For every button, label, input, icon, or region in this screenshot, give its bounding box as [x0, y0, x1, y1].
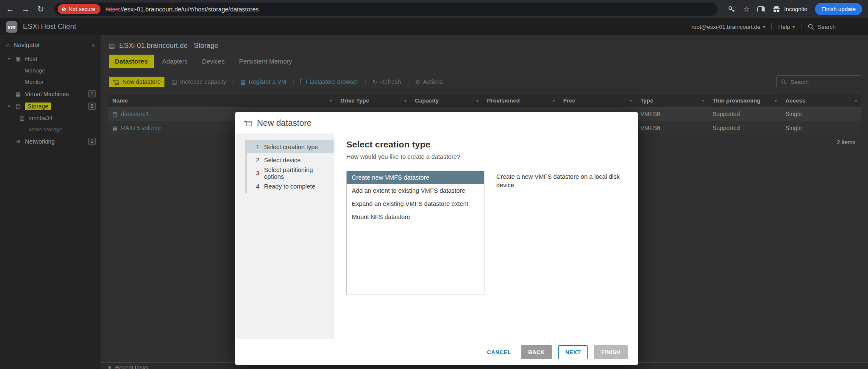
url-scheme: https — [106, 6, 119, 13]
caret-icon: ▾ — [793, 25, 795, 29]
finish-update-button[interactable]: Finish update — [815, 3, 862, 15]
search-icon — [808, 24, 814, 30]
caret-icon: ▾ — [763, 25, 765, 29]
incognito-badge: Incognito — [772, 6, 807, 13]
vmware-logo: vm — [6, 21, 17, 33]
back-button[interactable]: BACK — [521, 345, 552, 359]
side-panel-icon[interactable] — [757, 6, 765, 12]
divider — [771, 23, 772, 30]
cancel-button[interactable]: CANCEL — [483, 345, 515, 359]
global-search[interactable] — [808, 24, 862, 30]
dialog-question: How would you like to create a datastore… — [346, 153, 627, 160]
option-create-new-vmfs-datastore[interactable]: Create new VMFS datastore — [347, 171, 484, 184]
forward-icon[interactable]: → — [22, 5, 30, 13]
option-add-extent[interactable]: Add an extent to existing VMFS datastore — [347, 184, 484, 197]
wizard-steps: 1 Select creation type 2 Select device 3… — [235, 133, 334, 339]
dialog-title-bar: +▤ New datastore — [235, 112, 638, 133]
next-button[interactable]: NEXT — [558, 345, 588, 359]
password-key-icon[interactable] — [728, 6, 735, 13]
new-datastore-icon: +▤ — [244, 119, 252, 127]
new-datastore-dialog: +▤ New datastore 1 Select creation type … — [235, 112, 638, 365]
option-expand-extent[interactable]: Expand an existing VMFS datastore extent — [347, 197, 484, 211]
wizard-step-select-partitioning-options[interactable]: 3 Select partitioning options — [245, 166, 334, 180]
back-icon[interactable]: ← — [6, 5, 14, 13]
help-menu-label: Help — [778, 24, 790, 30]
user-menu-label: root@esxi-01.braincourt.de — [691, 24, 760, 30]
url-rest: ://esxi-01.braincourt.de/ui/#/host/stora… — [119, 6, 259, 13]
url-text: https://esxi-01.braincourt.de/ui/#/host/… — [106, 6, 259, 13]
dialog-footer: CANCEL BACK NEXT FINISH — [235, 339, 638, 365]
browser-toolbar: ← → ↻ ⊘ Not secure https://esxi-01.brain… — [0, 0, 868, 18]
reload-icon[interactable]: ↻ — [37, 5, 44, 13]
option-mount-nfs[interactable]: Mount NFS datastore — [347, 211, 484, 224]
user-menu[interactable]: root@esxi-01.braincourt.de ▾ — [691, 24, 765, 30]
option-description: Create a new VMFS datastore on a local d… — [496, 171, 627, 189]
screen: ← → ↻ ⊘ Not secure https://esxi-01.brain… — [0, 0, 868, 369]
finish-button[interactable]: FINISH — [594, 345, 628, 359]
wizard-step-select-device[interactable]: 2 Select device — [245, 153, 334, 166]
wizard-step-select-creation-type[interactable]: 1 Select creation type — [245, 140, 334, 153]
esxi-header: vm ESXi Host Client root@esxi-01.brainco… — [0, 18, 868, 35]
divider — [801, 23, 801, 30]
address-bar[interactable]: ⊘ Not secure https://esxi-01.braincourt.… — [54, 3, 718, 16]
not-secure-label: Not secure — [69, 6, 95, 12]
creation-type-list: Create new VMFS datastore Add an extent … — [346, 171, 484, 294]
dialog-content: Select creation type How would you like … — [334, 133, 638, 339]
app-title: ESXi Host Client — [23, 22, 76, 31]
global-search-input[interactable] — [818, 24, 862, 30]
help-menu[interactable]: Help ▾ — [778, 24, 795, 30]
incognito-label: Incognito — [784, 6, 807, 12]
incognito-icon — [772, 6, 781, 13]
dialog-body: 1 Select creation type 2 Select device 3… — [235, 133, 638, 339]
dialog-heading: Select creation type — [346, 139, 627, 150]
bookmark-star-icon[interactable]: ☆ — [743, 5, 750, 14]
dialog-title: New datastore — [257, 118, 312, 128]
not-secure-icon: ⊘ — [61, 6, 66, 12]
not-secure-chip[interactable]: ⊘ Not secure — [58, 4, 100, 14]
wizard-step-ready-to-complete[interactable]: 4 Ready to complete — [245, 180, 334, 193]
